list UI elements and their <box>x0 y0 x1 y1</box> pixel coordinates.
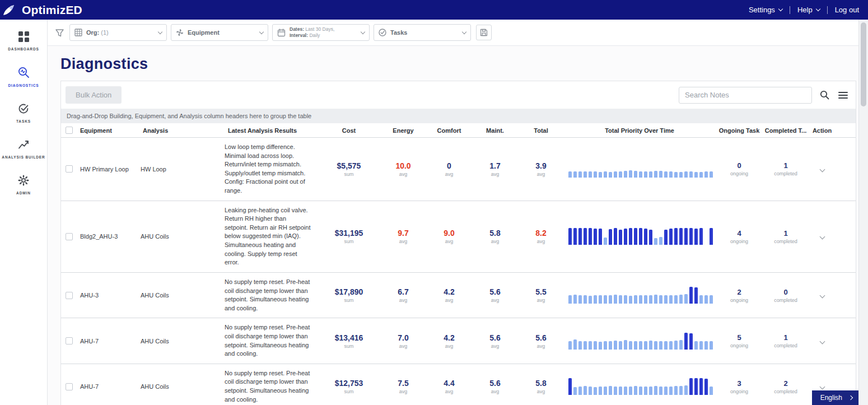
priority-bar <box>679 295 683 304</box>
comfort-cell: 0avg <box>426 161 472 177</box>
priority-bar <box>649 387 652 395</box>
select-all-checkbox[interactable] <box>66 127 73 134</box>
priority-bar <box>609 341 612 350</box>
ongoing-task-cell: 2ongoing <box>715 288 763 303</box>
priority-bar <box>589 228 592 245</box>
search-notes-input[interactable] <box>679 87 812 104</box>
column-header-analysis[interactable]: Analysis <box>139 127 225 134</box>
analysis-results-cell: Leaking pre-heating coil valve. Return R… <box>225 206 318 267</box>
row-checkbox[interactable] <box>66 337 73 345</box>
priority-bar <box>699 341 703 350</box>
org-filter-label: Org: <box>86 29 99 36</box>
column-header-action[interactable]: Action <box>808 127 836 134</box>
priority-bar <box>584 171 587 178</box>
priority-bar <box>609 229 612 245</box>
total-cell: 5.5avg <box>518 287 564 303</box>
column-header-energy[interactable]: Energy <box>380 127 426 134</box>
scrollbar-thumb[interactable] <box>861 22 866 106</box>
dates-filter-dropdown[interactable]: Dates: Last 30 Days, Interval: Daily <box>272 24 370 41</box>
priority-bar <box>573 228 577 245</box>
priority-bar <box>639 341 642 350</box>
tasks-filter-dropdown[interactable]: Tasks <box>374 24 471 41</box>
divider <box>827 6 828 14</box>
row-expand-chevron[interactable] <box>819 166 825 172</box>
priority-bar <box>624 387 627 395</box>
equipment-filter-dropdown[interactable]: Equipment <box>171 24 268 41</box>
priority-bar <box>568 171 572 178</box>
row-expand-chevron[interactable] <box>819 234 825 240</box>
language-button[interactable]: English <box>812 390 858 405</box>
column-header-results[interactable]: Latest Analysis Results <box>225 127 318 134</box>
priority-bar <box>609 295 612 304</box>
priority-bar <box>604 387 607 395</box>
top-bar: OptimizED Settings Help Log out <box>0 0 868 20</box>
cost-cell: $17,890sum <box>318 287 380 303</box>
table-toolbar: Bulk Action <box>61 81 856 109</box>
priority-bar <box>589 171 592 178</box>
window-scrollbar <box>858 20 868 405</box>
priority-bar <box>573 387 577 395</box>
brand-rocket-icon <box>2 4 17 16</box>
priority-bar <box>644 341 647 350</box>
column-header-equipment[interactable]: Equipment <box>77 127 139 134</box>
column-header-maint[interactable]: Maint. <box>472 127 518 134</box>
priority-bar <box>614 295 617 304</box>
search-icon <box>820 90 829 100</box>
column-header-ongoing[interactable]: Ongoing Task <box>715 127 763 134</box>
cost-cell: $31,195sum <box>318 229 380 244</box>
column-menu-button[interactable] <box>837 90 849 100</box>
sidebar-item-analysis-builder[interactable]: ANALYSIS BUILDER <box>0 132 47 167</box>
maint-cell: 5.6avg <box>472 379 518 394</box>
priority-bar <box>624 295 627 304</box>
column-header-comfort[interactable]: Comfort <box>426 127 472 134</box>
row-expand-chevron[interactable] <box>819 384 825 390</box>
equipment-cell: AHU-7 <box>77 383 139 390</box>
row-checkbox[interactable] <box>66 383 73 390</box>
row-checkbox[interactable] <box>66 233 73 240</box>
priority-bar <box>659 295 662 304</box>
logout-button[interactable]: Log out <box>835 6 859 14</box>
row-expand-chevron[interactable] <box>819 338 825 344</box>
table-row: AHU-7 AHU Coils No supply temp reset. Pr… <box>61 318 856 364</box>
row-expand-chevron[interactable] <box>819 293 825 299</box>
search-button[interactable] <box>819 89 830 101</box>
save-filter-button[interactable] <box>476 25 492 40</box>
priority-bar <box>674 228 678 245</box>
page-title: Diagnostics <box>60 55 856 73</box>
settings-menu[interactable]: Settings <box>749 6 782 14</box>
sidebar-item-tasks[interactable]: TASKS <box>0 96 47 132</box>
priority-bar <box>573 339 577 349</box>
sidebar-item-label: TASKS <box>16 118 31 124</box>
priority-bar <box>619 387 622 395</box>
priority-bar <box>604 341 607 350</box>
sidebar-item-diagnostics[interactable]: DIAGNOSTICS <box>0 59 47 96</box>
completed-task-cell: 0completed <box>763 288 808 303</box>
language-label: English <box>820 394 842 402</box>
energy-cell: 10.0avg <box>380 161 426 177</box>
energy-cell: 9.7avg <box>380 229 426 244</box>
priority-bar <box>710 171 713 178</box>
priority-bar <box>644 295 647 304</box>
dates-filter-value: Last 30 Days, <box>305 26 334 32</box>
column-header-priority[interactable]: Total Priority Over Time <box>564 127 715 134</box>
sidebar-item-admin[interactable]: ADMIN <box>0 167 47 203</box>
priority-bar <box>699 295 703 304</box>
tasks-filter-label: Tasks <box>390 29 407 36</box>
column-header-completed[interactable]: Completed T... <box>763 127 808 134</box>
row-checkbox[interactable] <box>66 292 73 299</box>
bulk-action-button[interactable]: Bulk Action <box>66 86 122 104</box>
chevron-right-icon <box>848 395 853 400</box>
sidebar-item-dashboards[interactable]: DASHBOARDS <box>0 24 47 59</box>
row-checkbox[interactable] <box>66 165 73 173</box>
priority-bar <box>684 333 688 350</box>
priority-bar <box>684 294 688 304</box>
total-cell: 8.2avg <box>518 229 564 244</box>
priority-bar <box>624 229 627 245</box>
org-filter-dropdown[interactable]: Org: (1) <box>69 24 167 41</box>
priority-bar <box>599 387 602 395</box>
help-menu[interactable]: Help <box>797 6 820 14</box>
column-header-total[interactable]: Total <box>518 127 564 134</box>
priority-bar <box>694 287 698 304</box>
column-header-cost[interactable]: Cost <box>318 127 380 134</box>
priority-bar <box>584 228 587 245</box>
